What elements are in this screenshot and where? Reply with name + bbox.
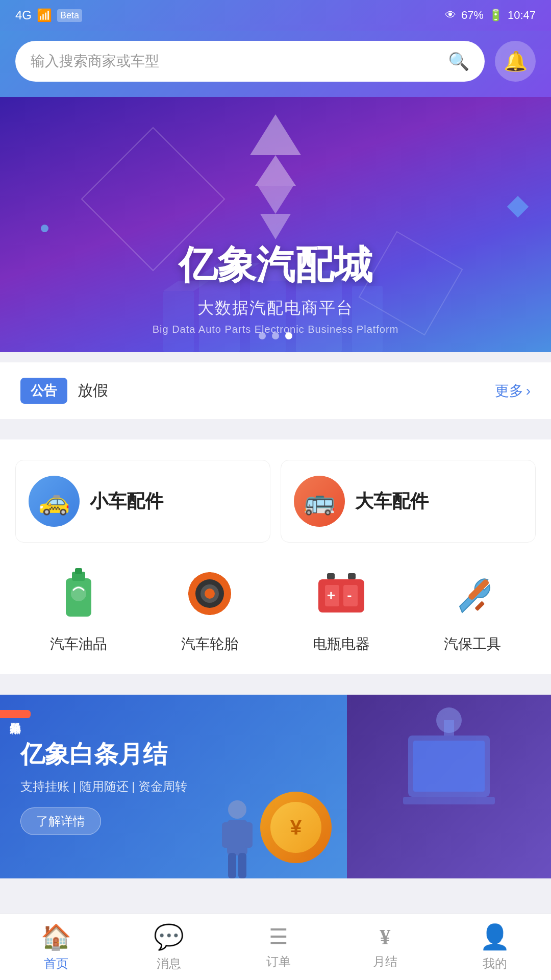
- battery-status: 67%: [461, 9, 484, 22]
- promo-banner-monthly[interactable]: 亿象月结神器来了 亿象白条月结 支持挂账 | 随用随还 | 资金周转 了解详情 …: [0, 695, 347, 878]
- sub-categories: 汽车油品 汽车轮胎: [15, 563, 536, 654]
- promo-desc: 支持挂账 | 随用随还 | 资金周转: [20, 778, 327, 795]
- banner-dot-3[interactable]: [285, 332, 292, 339]
- promo-banners: 亿象月结神器来了 亿象白条月结 支持挂账 | 随用随还 | 资金周转 了解详情 …: [0, 695, 551, 878]
- notice-more-button[interactable]: 更多 ›: [495, 381, 531, 401]
- nav-order-label: 订单: [266, 953, 291, 970]
- category-oil[interactable]: 汽车油品: [15, 563, 142, 654]
- extra-icon: Beta: [57, 9, 82, 22]
- main-categories: 🚕 小车配件 🚌 大车配件: [15, 460, 536, 543]
- nav-message-label: 消息: [157, 955, 181, 972]
- svg-rect-33: [228, 853, 236, 878]
- category-small-car[interactable]: 🚕 小车配件: [15, 460, 270, 543]
- svg-text:-: -: [347, 587, 352, 603]
- svg-rect-28: [475, 601, 485, 611]
- promo-title: 亿象白条月结: [20, 738, 327, 771]
- category-battery[interactable]: + - 电瓶电器: [278, 563, 405, 654]
- search-icon: 🔍: [448, 51, 469, 71]
- svg-rect-39: [444, 720, 454, 736]
- nav-message[interactable]: 💬 消息: [143, 918, 194, 977]
- status-bar: 4G 📶 Beta 👁 67% 🔋 10:47: [0, 0, 551, 31]
- nav-home-label: 首页: [44, 955, 68, 972]
- svg-rect-37: [403, 797, 495, 804]
- battery-label: 电瓶电器: [313, 634, 370, 654]
- decor-triangle-1: [250, 114, 301, 155]
- svg-rect-21: [348, 573, 356, 579]
- banner-dot-2[interactable]: [272, 332, 279, 339]
- message-icon: 💬: [154, 923, 184, 951]
- search-bar[interactable]: 输入搜索商家或车型 🔍: [15, 41, 485, 82]
- svg-point-15: [205, 589, 215, 599]
- notice-badge: 公告: [20, 378, 67, 404]
- svg-rect-31: [222, 822, 230, 848]
- promo-banner-secondary[interactable]: [347, 695, 551, 878]
- bottom-nav: 🏠 首页 💬 消息 ☰ 订单 ¥ 月结 👤 我的: [0, 914, 551, 980]
- banner-subtitle: 大数据汽配电商平台: [197, 297, 354, 320]
- tool-icon-wrap: [442, 563, 503, 624]
- tool-label: 汽保工具: [444, 634, 501, 654]
- decor-circle: [41, 225, 48, 232]
- small-car-label: 小车配件: [90, 489, 163, 514]
- time-display: 10:47: [508, 9, 536, 22]
- svg-rect-30: [227, 820, 247, 855]
- secondary-banner-content: [347, 695, 551, 878]
- svg-text:+: +: [327, 587, 335, 603]
- mine-icon: 👤: [480, 923, 510, 951]
- svg-rect-0: [163, 291, 194, 352]
- banner-title: 亿象汽配城: [179, 239, 372, 292]
- promo-coin-decor: ¥: [260, 792, 332, 863]
- signal-icon: 4G: [15, 8, 32, 22]
- nav-monthly[interactable]: ¥ 月结: [363, 920, 408, 975]
- oil-icon-wrap: [48, 563, 109, 624]
- svg-rect-34: [238, 853, 246, 878]
- notice-bar: 公告 放假 更多 ›: [0, 362, 551, 419]
- svg-rect-4: [352, 286, 383, 352]
- svg-rect-10: [75, 568, 82, 574]
- category-tool[interactable]: 汽保工具: [410, 563, 536, 654]
- battery-icon: 🔋: [489, 9, 503, 22]
- promo-detail-button[interactable]: 了解详情: [20, 807, 101, 835]
- category-card: 🚕 小车配件 🚌 大车配件 汽车油品: [0, 439, 551, 674]
- battery-icon-wrap: + -: [311, 563, 372, 624]
- nav-mine-label: 我的: [483, 955, 507, 972]
- gap-2: [0, 419, 551, 429]
- order-icon: ☰: [269, 924, 288, 949]
- decor-triangle-4: [260, 214, 291, 239]
- status-left: 4G 📶 Beta: [15, 8, 82, 22]
- svg-rect-32: [245, 822, 253, 848]
- tire-label: 汽车轮胎: [181, 634, 238, 654]
- notification-bell-button[interactable]: 🔔: [495, 41, 536, 82]
- banner-dot-1[interactable]: [259, 332, 266, 339]
- wifi-icon: 📶: [37, 8, 52, 22]
- promo-tag: 亿象月结神器来了: [0, 710, 31, 718]
- category-big-car[interactable]: 🚌 大车配件: [281, 460, 536, 543]
- decor-triangle-2: [255, 155, 296, 186]
- big-car-label: 大车配件: [355, 489, 429, 514]
- decor-triangle-3: [258, 186, 293, 214]
- nav-order[interactable]: ☰ 订单: [256, 919, 301, 975]
- nav-home[interactable]: 🏠 首页: [31, 918, 82, 977]
- notice-text: 放假: [78, 380, 485, 401]
- monthly-icon: ¥: [380, 925, 390, 949]
- tire-icon-wrap: [179, 563, 240, 624]
- promo-coin-inner: ¥: [270, 802, 321, 853]
- banner: 亿象汽配城 大数据汽配电商平台 Big Data Auto Parts Elec…: [0, 97, 551, 352]
- svg-rect-36: [413, 741, 485, 792]
- status-right: 👁 67% 🔋 10:47: [445, 9, 536, 22]
- big-car-icon: 🚌: [294, 476, 345, 527]
- banner-dots: [259, 332, 292, 339]
- oil-label: 汽车油品: [50, 634, 107, 654]
- small-car-icon: 🚕: [29, 476, 80, 527]
- nav-monthly-label: 月结: [373, 953, 397, 970]
- bell-icon: 🔔: [504, 50, 528, 72]
- gap-1: [0, 352, 551, 362]
- search-placeholder-text: 输入搜索商家或车型: [31, 52, 440, 71]
- home-icon: 🏠: [41, 923, 71, 951]
- chevron-right-icon: ›: [526, 383, 531, 399]
- decor-diamond: [507, 196, 529, 217]
- category-tire[interactable]: 汽车轮胎: [147, 563, 273, 654]
- nav-mine[interactable]: 👤 我的: [469, 918, 520, 977]
- eye-icon: 👁: [445, 9, 456, 22]
- notice-more-label: 更多: [495, 381, 523, 401]
- svg-rect-20: [327, 573, 335, 579]
